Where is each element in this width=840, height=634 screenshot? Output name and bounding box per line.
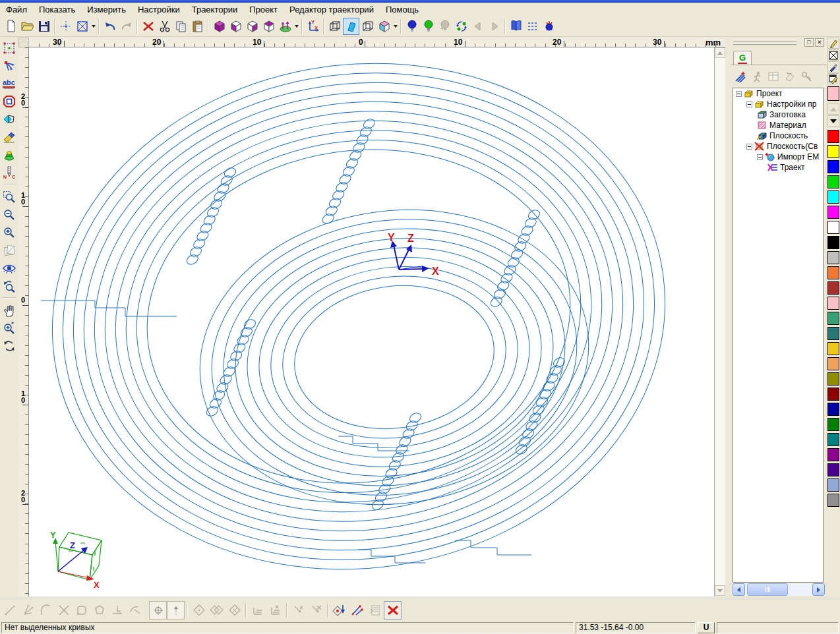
collapse-icon[interactable]	[746, 101, 752, 107]
swap-selection-button[interactable]	[453, 18, 469, 35]
run-postprocessor-button[interactable]	[748, 68, 765, 85]
tab-geometry[interactable]: G	[733, 51, 752, 65]
view-all-eye-button[interactable]	[1, 259, 18, 277]
project-pages-button[interactable]	[508, 18, 524, 35]
color-swatch[interactable]	[827, 221, 839, 234]
cube-mode-button[interactable]	[359, 18, 376, 35]
rotate-view-button[interactable]	[1, 337, 18, 355]
lines-from-point-tool[interactable]	[19, 601, 37, 620]
color-swatch[interactable]	[827, 388, 839, 401]
cut-button[interactable]	[156, 18, 173, 35]
open-file-button[interactable]	[19, 18, 36, 35]
save-button[interactable]	[36, 18, 52, 35]
normals-dropdown[interactable]	[293, 18, 299, 35]
text-abc-button[interactable]: abc	[1, 74, 18, 92]
panel-grip[interactable]	[733, 43, 796, 45]
faces-dropdown[interactable]	[392, 18, 398, 35]
circle-cross-tool[interactable]	[149, 601, 167, 620]
drawing-viewport[interactable]: Y Z X Y Z X	[29, 47, 714, 596]
menu-file[interactable]: Файл	[0, 3, 33, 16]
menu-tp-editor[interactable]: Редактор траекторий	[284, 3, 380, 16]
edit-colors-button[interactable]	[827, 73, 839, 84]
funnel-button[interactable]	[1, 146, 18, 163]
key-button[interactable]	[798, 68, 814, 85]
zoom-dynamic-button[interactable]	[1, 319, 18, 337]
shaded-mode-button[interactable]	[343, 18, 359, 35]
nc-code-button[interactable]: NC	[1, 163, 18, 181]
zoom-in-button[interactable]	[1, 223, 18, 241]
tree-item-plane[interactable]: Плоскость	[733, 130, 823, 141]
move-origin-button[interactable]	[57, 18, 74, 35]
layers-corner-tool[interactable]	[266, 601, 284, 620]
wire-face-front-button[interactable]	[227, 18, 244, 35]
color-swatch[interactable]	[827, 342, 839, 355]
units-button[interactable]: U	[698, 622, 715, 633]
tree-item-toolpath[interactable]: Траект	[733, 162, 823, 173]
panel-grip[interactable]	[733, 40, 796, 42]
no-color-button[interactable]	[827, 49, 839, 61]
light-off-button[interactable]	[436, 18, 453, 35]
arrow-x-small-tool[interactable]	[289, 601, 307, 620]
color-swatch[interactable]	[827, 175, 839, 188]
arrow-x-big-tool[interactable]	[307, 601, 325, 620]
diamond-tool[interactable]	[190, 601, 208, 620]
scroll-up-button[interactable]	[715, 47, 725, 58]
double-diamond-tool[interactable]	[208, 601, 225, 620]
color-swatch[interactable]	[827, 130, 839, 143]
color-swatch[interactable]	[827, 403, 839, 416]
pencil-tool-button[interactable]	[827, 38, 839, 49]
new-document-button[interactable]	[3, 18, 19, 35]
tree-item-plane-crossed[interactable]: Плоскость(Св	[733, 141, 823, 152]
tree-item-material[interactable]: Материал	[733, 120, 823, 130]
pan-hand-button[interactable]	[1, 301, 18, 319]
eraser-button[interactable]	[1, 128, 18, 146]
line-tool[interactable]	[1, 601, 19, 620]
fill-shape-button[interactable]	[1, 110, 18, 128]
selection-box-button[interactable]	[74, 18, 90, 35]
wand-button[interactable]	[732, 68, 748, 85]
zoom-out-button[interactable]	[1, 206, 18, 223]
collapse-icon[interactable]	[746, 144, 752, 150]
tree-item-project[interactable]: Проект	[733, 88, 823, 99]
corner-arc-tool[interactable]	[37, 601, 55, 620]
palette-scroll-up[interactable]	[827, 103, 839, 115]
color-swatch[interactable]	[827, 160, 839, 173]
view-prev-button[interactable]	[469, 18, 486, 35]
wire-face-side-button[interactable]	[244, 18, 260, 35]
color-swatch[interactable]	[827, 494, 839, 507]
color-swatch[interactable]	[827, 433, 839, 446]
point-marker-tool[interactable]	[167, 601, 185, 620]
scroll-left-button[interactable]	[733, 583, 745, 596]
light-green-button[interactable]	[420, 18, 436, 35]
color-swatch[interactable]	[827, 448, 839, 461]
rounded-rect-tool[interactable]	[73, 601, 90, 620]
color-swatch[interactable]	[827, 463, 839, 476]
color-swatch[interactable]	[827, 357, 839, 370]
zoom-previous-button[interactable]	[1, 277, 18, 295]
diamond-x-tool[interactable]	[225, 601, 243, 620]
menu-help[interactable]: Помощь	[380, 3, 425, 16]
light-blue-button[interactable]	[404, 18, 420, 35]
color-swatch[interactable]	[827, 372, 839, 386]
panel-splitter[interactable]	[725, 38, 731, 600]
menu-project[interactable]: Проект	[243, 3, 284, 16]
color-swatch[interactable]	[827, 478, 839, 492]
tangent-arc-tool[interactable]	[126, 601, 144, 620]
list-disabled-tool[interactable]	[366, 601, 384, 620]
scroll-down-button[interactable]	[715, 585, 725, 596]
color-swatch[interactable]	[827, 327, 839, 340]
canvas-vertical-scrollbar[interactable]	[714, 47, 725, 596]
intersect-tool[interactable]	[55, 601, 73, 620]
collapse-icon[interactable]	[736, 91, 742, 97]
lamp-rays-button[interactable]	[541, 18, 557, 35]
palette-scroll-down[interactable]	[827, 115, 839, 127]
delete-button[interactable]	[140, 18, 156, 35]
flip-button[interactable]	[781, 68, 798, 85]
colored-faces-button[interactable]	[376, 18, 392, 35]
tree-horizontal-scrollbar[interactable]	[733, 583, 825, 596]
check-geometry-tool[interactable]	[348, 601, 366, 620]
color-swatch[interactable]	[827, 266, 839, 279]
wireframe-mode-button[interactable]	[326, 18, 343, 35]
copy-button[interactable]	[173, 18, 189, 35]
panel-maximize-button[interactable]: □	[804, 38, 814, 47]
